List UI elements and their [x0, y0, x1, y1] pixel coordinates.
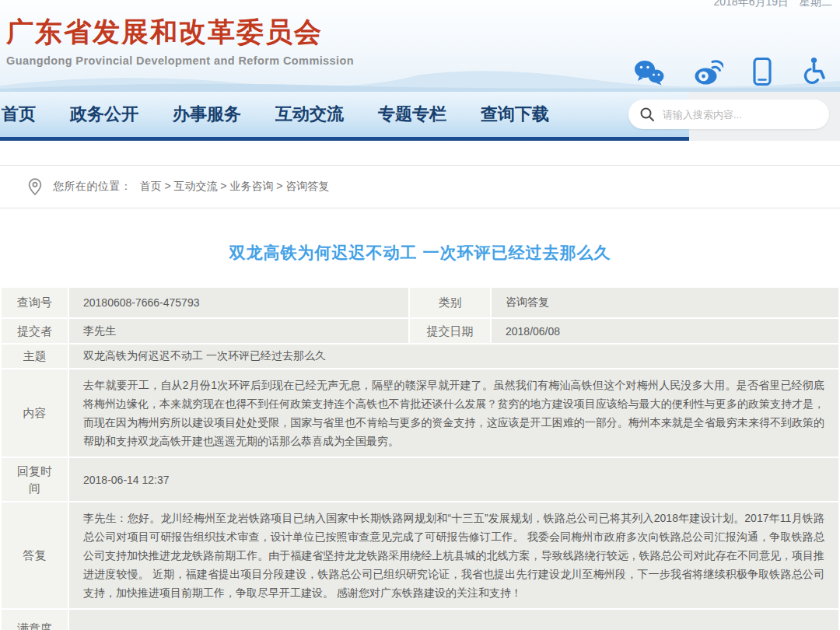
nav-item-services[interactable]: 办事服务 [173, 103, 241, 126]
category-value: 咨询答复 [492, 288, 838, 317]
reply-time-label: 回复时间 [2, 458, 68, 501]
search-icon [639, 107, 655, 122]
subject-value: 双龙高铁为何迟迟不动工 一次环评已经过去那么久 [69, 345, 838, 368]
page-title: 双龙高铁为何迟迟不动工 一次环评已经过去那么久 [0, 241, 840, 264]
nav-item-special-topics[interactable]: 专题专栏 [378, 103, 446, 126]
satisfaction-value: 满意 2 较满意 0 不满意 1 [69, 610, 838, 630]
weibo-icon[interactable] [694, 59, 723, 86]
wechat-icon[interactable] [633, 59, 664, 86]
breadcrumb-path[interactable]: 首页 > 互动交流 > 业务咨询 > 咨询答复 [140, 180, 330, 194]
social-links [633, 57, 828, 86]
table-row: 回复时间 2018-06-14 12:37 [2, 458, 838, 501]
submit-date-label: 提交日期 [410, 319, 490, 343]
subject-label: 主题 [2, 345, 68, 368]
category-label: 类别 [410, 288, 490, 317]
nav-underline [0, 137, 689, 141]
table-row: 主题 双龙高铁为何迟迟不动工 一次环评已经过去那么久 [2, 345, 838, 368]
reply-time-value: 2018-06-14 12:37 [69, 458, 838, 501]
search-input[interactable] [663, 109, 818, 121]
table-row: 提交者 李先生 提交日期 2018/06/08 [2, 319, 838, 343]
content-value: 去年就要开工，自从2月份1次环评后到现在已经无声无息，隔壁的赣深早就开建了。虽然… [69, 369, 838, 457]
site-title: 广东省发展和改革委员会 [6, 14, 354, 51]
breadcrumb: 您所在的位置： 首页 > 互动交流 > 业务咨询 > 咨询答复 [0, 165, 840, 208]
submitter-value: 李先生 [69, 319, 408, 343]
table-row: 答复 李先生：您好。龙川经梅州至龙岩铁路项目已纳入国家中长期铁路网规划和“十三五… [2, 502, 838, 608]
reply-value: 李先生：您好。龙川经梅州至龙岩铁路项目已纳入国家中长期铁路网规划和“十三五”发展… [69, 502, 838, 608]
location-pin-icon [28, 178, 42, 196]
nav-menu: 首页 政务公开 办事服务 互动交流 专题专栏 查询下载 [0, 92, 689, 137]
reply-label: 答复 [2, 502, 68, 608]
inquiry-detail-table: 查询号 20180608-7666-475793 类别 咨询答复 提交者 李先生… [0, 286, 840, 630]
satisfaction-label: 满意度评价 [2, 610, 68, 630]
table-row: 内容 去年就要开工，自从2月份1次环评后到现在已经无声无息，隔壁的赣深早就开建了… [2, 369, 838, 457]
submitter-label: 提交者 [2, 319, 68, 343]
submit-date-value: 2018/06/08 [492, 319, 838, 343]
site-header: 2018年6月19日 星期二 广东省发展和改革委员会 Guangdong Pro… [0, 0, 840, 92]
query-no-value: 20180608-7666-475793 [69, 288, 408, 317]
table-row: 满意度评价 满意 2 较满意 0 不满意 1 [2, 610, 838, 630]
table-row: 查询号 20180608-7666-475793 类别 咨询答复 [2, 288, 838, 317]
nav-item-home[interactable]: 首页 [2, 103, 36, 126]
search-box[interactable] [628, 100, 829, 129]
accessibility-icon[interactable] [801, 57, 828, 86]
nav-item-query-download[interactable]: 查询下载 [481, 103, 549, 126]
main-navigation: 首页 政务公开 办事服务 互动交流 专题专栏 查询下载 [0, 92, 840, 141]
content-label: 内容 [2, 369, 68, 457]
current-date: 2018年6月19日 星期二 [713, 0, 832, 9]
mobile-icon[interactable] [753, 58, 772, 86]
breadcrumb-prefix: 您所在的位置： [53, 180, 132, 194]
nav-item-interaction[interactable]: 互动交流 [275, 103, 344, 126]
query-no-label: 查询号 [2, 288, 68, 317]
nav-item-gov-affairs[interactable]: 政务公开 [70, 103, 138, 126]
